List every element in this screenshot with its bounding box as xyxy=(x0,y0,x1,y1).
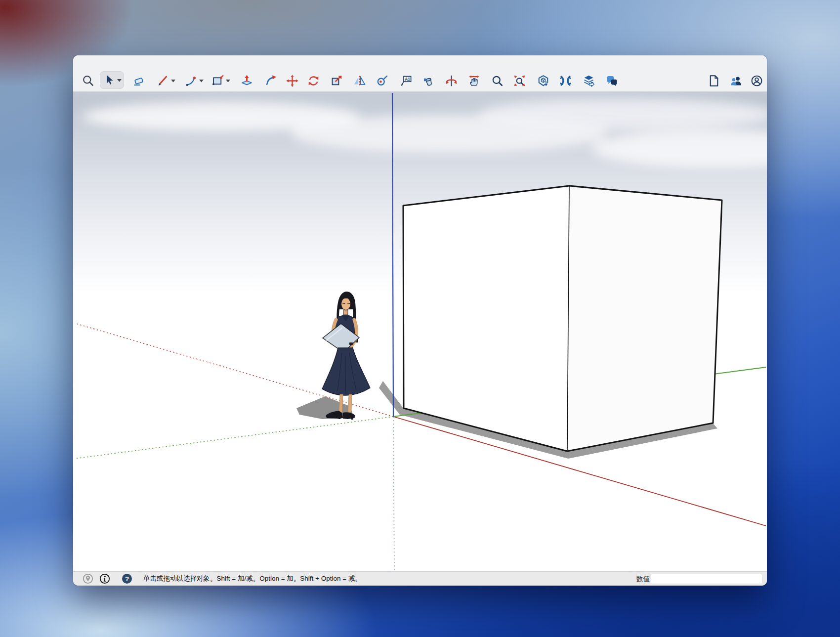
chevron-down-icon xyxy=(171,80,175,83)
tool-3d-warehouse-button[interactable] xyxy=(535,73,552,88)
tool-scale-button[interactable] xyxy=(328,73,345,88)
move-icon xyxy=(286,74,299,87)
svg-text:A1: A1 xyxy=(405,76,410,81)
tool-paint-bucket-button[interactable] xyxy=(420,73,437,88)
tool-zoom-button[interactable] xyxy=(489,73,506,88)
info-icon[interactable] xyxy=(99,573,110,584)
status-icons: ? xyxy=(83,573,132,584)
new-document-icon xyxy=(707,74,720,87)
text-icon: A1 xyxy=(399,74,413,87)
viewport xyxy=(73,92,767,572)
flip-icon xyxy=(353,74,366,87)
orbit-icon xyxy=(445,74,458,87)
zoom-icon xyxy=(491,74,504,87)
scale-icon xyxy=(330,74,343,87)
select-icon xyxy=(102,74,116,87)
tool-tape-measure-button[interactable] xyxy=(374,73,391,88)
tool-rectangle-button[interactable] xyxy=(209,73,232,88)
cube-right-face[interactable] xyxy=(567,186,722,451)
figure-face xyxy=(341,298,351,310)
sketchup-window: 无标题 - SketchUp 2026 A1 xyxy=(73,55,767,586)
tool-share-button[interactable] xyxy=(727,73,745,88)
tool-push-pull-button[interactable] xyxy=(238,73,255,88)
tool-arc-button[interactable] xyxy=(182,73,206,88)
tool-extension-warehouse-button[interactable] xyxy=(557,73,574,88)
cube-front-face[interactable] xyxy=(403,186,569,451)
figure-watch xyxy=(349,342,353,345)
status-hint-text: 单击或拖动以选择对象。Shift = 加/减。Option = 加。Shift … xyxy=(143,574,362,583)
tool-feedback-button[interactable] xyxy=(603,73,621,88)
chevron-down-icon xyxy=(199,80,204,83)
status-bar: ? 单击或拖动以选择对象。Shift = 加/减。Option = 加。Shif… xyxy=(73,571,767,586)
rotate-icon xyxy=(307,74,320,87)
3d-warehouse-icon xyxy=(537,74,550,87)
tool-zoom-extents-button[interactable] xyxy=(511,73,528,88)
follow-me-icon xyxy=(264,74,278,87)
chevron-down-icon xyxy=(226,80,230,83)
viewport-canvas[interactable] xyxy=(73,92,767,572)
measurement-label: 数值 xyxy=(636,575,650,584)
feedback-icon xyxy=(605,74,619,87)
rectangle-icon xyxy=(211,74,224,87)
arc-icon xyxy=(184,74,198,87)
push-pull-icon xyxy=(240,74,253,87)
tool-new-document-button[interactable] xyxy=(705,73,722,88)
tool-text-button[interactable]: A1 xyxy=(397,73,415,88)
share-icon xyxy=(729,74,743,87)
svg-text:?: ? xyxy=(125,575,129,583)
search-icon xyxy=(82,74,95,87)
tool-orbit-button[interactable] xyxy=(443,73,460,88)
cube-model[interactable] xyxy=(403,186,722,451)
toolbar: A1 xyxy=(73,55,767,92)
tape-measure-icon xyxy=(376,74,389,87)
tool-move-button[interactable] xyxy=(284,73,301,88)
tool-eraser-button[interactable] xyxy=(130,73,148,88)
tool-follow-me-button[interactable] xyxy=(262,73,280,88)
tool-flip-button[interactable] xyxy=(351,73,368,88)
tool-send-to-layout-button[interactable] xyxy=(580,73,597,88)
tool-select-button[interactable] xyxy=(100,71,124,89)
tool-rotate-button[interactable] xyxy=(305,73,322,88)
pan-icon xyxy=(467,74,481,87)
send-to-layout-icon xyxy=(582,74,595,87)
extension-warehouse-icon xyxy=(559,74,572,87)
eraser-icon xyxy=(132,74,146,87)
tool-pan-button[interactable] xyxy=(465,73,483,88)
tool-search-button[interactable] xyxy=(80,73,97,88)
tool-account-button[interactable] xyxy=(748,73,765,88)
account-icon xyxy=(750,74,763,87)
tool-line-button[interactable] xyxy=(154,73,177,88)
chevron-down-icon xyxy=(117,79,122,82)
measurement-input[interactable] xyxy=(651,574,762,584)
geolocation-icon[interactable] xyxy=(83,573,93,584)
line-icon xyxy=(156,74,169,87)
desktop-wallpaper: 无标题 - SketchUp 2026 A1 xyxy=(0,0,840,637)
zoom-extents-icon xyxy=(513,74,526,87)
help-icon[interactable]: ? xyxy=(122,573,132,584)
figure-neck xyxy=(343,310,348,315)
paint-bucket-icon xyxy=(422,74,435,87)
